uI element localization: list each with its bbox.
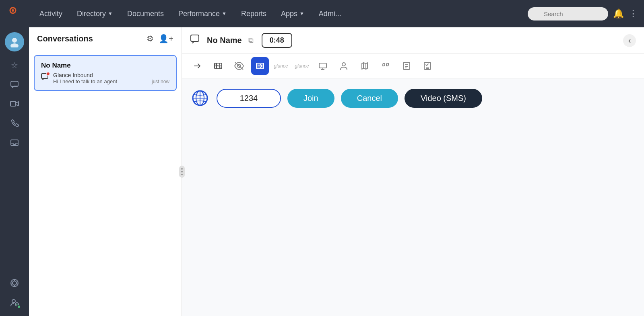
nav-apps[interactable]: Apps ▼ bbox=[275, 6, 310, 21]
svg-point-8 bbox=[12, 281, 17, 285]
sidebar-item-phone[interactable] bbox=[6, 114, 23, 132]
nav-reports[interactable]: Reports bbox=[235, 6, 272, 21]
message-icon bbox=[41, 74, 49, 82]
main-layout: ☆ bbox=[0, 27, 644, 316]
bell-icon[interactable]: 🔔 bbox=[613, 8, 624, 19]
nav-directory[interactable]: Directory ▼ bbox=[71, 6, 118, 21]
map-icon-button[interactable] bbox=[356, 57, 374, 75]
chat-title: No Name bbox=[207, 36, 242, 45]
svg-rect-17 bbox=[191, 35, 199, 41]
note-icon-button[interactable] bbox=[398, 57, 415, 75]
copy-icon[interactable]: ⧉ bbox=[248, 36, 254, 45]
add-person-icon[interactable]: 👤+ bbox=[159, 34, 173, 43]
sidebar-item-agents[interactable] bbox=[6, 293, 23, 311]
left-sidebar: ☆ bbox=[0, 27, 29, 316]
cancel-button[interactable]: Cancel bbox=[341, 89, 398, 108]
nav-admin[interactable]: Admi... bbox=[313, 6, 347, 21]
sidebar-item-video[interactable] bbox=[6, 95, 23, 113]
top-navigation: Activity Directory ▼ Documents Performan… bbox=[0, 0, 644, 27]
sidebar-item-help[interactable] bbox=[6, 274, 23, 292]
main-content: No Name ⧉ 0:48 ‹ bbox=[182, 27, 644, 316]
chevron-down-icon: ▼ bbox=[108, 11, 113, 16]
session-action-area: Join Cancel Video (SMS) bbox=[182, 78, 644, 118]
app-logo[interactable] bbox=[6, 5, 24, 23]
video-sms-button[interactable]: Video (SMS) bbox=[405, 89, 482, 108]
svg-rect-5 bbox=[10, 101, 16, 106]
drag-dot bbox=[181, 174, 183, 175]
nav-right: 🔍 🔔 ⋮ bbox=[528, 7, 638, 21]
avatar[interactable] bbox=[5, 32, 24, 51]
eye-slash-button[interactable] bbox=[230, 57, 248, 75]
svg-point-3 bbox=[10, 43, 19, 47]
drag-dot bbox=[181, 171, 183, 172]
nav-activity[interactable]: Activity bbox=[34, 6, 68, 21]
conv-item-meta: Glance Inbound Hi I need to talk to an a… bbox=[53, 72, 144, 84]
panel-resize-handle[interactable] bbox=[179, 166, 185, 178]
settings-icon[interactable]: ⚙ bbox=[147, 34, 154, 43]
glance-label-1: glance bbox=[274, 63, 288, 69]
glance-text-2-button[interactable]: glance bbox=[293, 57, 311, 75]
collapse-panel-button[interactable]: ‹ bbox=[623, 34, 636, 47]
session-id-input[interactable] bbox=[217, 89, 281, 108]
nav-links: Activity Directory ▼ Documents Performan… bbox=[34, 6, 528, 21]
svg-point-13 bbox=[12, 300, 15, 303]
conv-item-row: Glance Inbound Hi I need to talk to an a… bbox=[41, 72, 169, 84]
conv-item-preview: Hi I need to talk to an agent bbox=[53, 78, 144, 84]
globe-icon bbox=[190, 88, 210, 108]
join-button[interactable]: Join bbox=[287, 89, 334, 108]
more-options-icon[interactable]: ⋮ bbox=[629, 8, 638, 19]
glance-label-2: glance bbox=[295, 63, 309, 69]
conversations-list: No Name Glance Inbound Hi I nee bbox=[29, 50, 182, 316]
chat-header-icon bbox=[190, 34, 200, 47]
svg-point-2 bbox=[12, 38, 17, 43]
transfer-button[interactable] bbox=[188, 57, 206, 75]
conversations-header: Conversations ⚙ 👤+ bbox=[29, 27, 182, 50]
conv-item-source: Glance Inbound bbox=[53, 72, 144, 78]
svg-rect-27 bbox=[319, 63, 326, 68]
svg-point-1 bbox=[12, 9, 14, 12]
nav-performance[interactable]: Performance ▼ bbox=[173, 6, 232, 21]
nav-documents[interactable]: Documents bbox=[122, 6, 169, 21]
conv-item-name: No Name bbox=[41, 62, 169, 70]
timer-badge: 0:48 bbox=[262, 33, 292, 48]
search-wrapper: 🔍 bbox=[528, 7, 608, 21]
conv-item-icon-wrap bbox=[41, 73, 49, 83]
chevron-down-icon: ▼ bbox=[222, 11, 227, 16]
conv-item-time: just now bbox=[152, 79, 169, 84]
block-icon-button[interactable] bbox=[209, 57, 227, 75]
chevron-down-icon: ▼ bbox=[299, 11, 304, 16]
glance-blue-button[interactable] bbox=[251, 57, 269, 75]
checklist-icon-button[interactable] bbox=[419, 57, 436, 75]
chat-header: No Name ⧉ 0:48 ‹ bbox=[182, 27, 644, 54]
conversations-title: Conversations bbox=[37, 34, 93, 43]
glance-text-1-button[interactable]: glance bbox=[272, 57, 290, 75]
drag-dot bbox=[181, 168, 183, 170]
conversations-header-icons: ⚙ 👤+ bbox=[147, 34, 173, 43]
quote-icon-button[interactable] bbox=[377, 57, 394, 75]
sidebar-item-chat[interactable] bbox=[6, 76, 23, 93]
screen-icon-button[interactable] bbox=[314, 57, 332, 75]
person-icon-button[interactable] bbox=[335, 57, 353, 75]
sidebar-item-inbox[interactable] bbox=[6, 133, 23, 151]
online-badge bbox=[17, 305, 21, 309]
svg-point-30 bbox=[342, 63, 345, 66]
conversation-item[interactable]: No Name Glance Inbound Hi I nee bbox=[34, 55, 177, 91]
search-input[interactable] bbox=[528, 7, 608, 21]
sidebar-item-star[interactable]: ☆ bbox=[6, 56, 23, 74]
unread-badge bbox=[46, 72, 50, 76]
chat-toolbar: glance glance bbox=[182, 54, 644, 78]
conversations-panel: Conversations ⚙ 👤+ No Name bbox=[29, 27, 182, 316]
